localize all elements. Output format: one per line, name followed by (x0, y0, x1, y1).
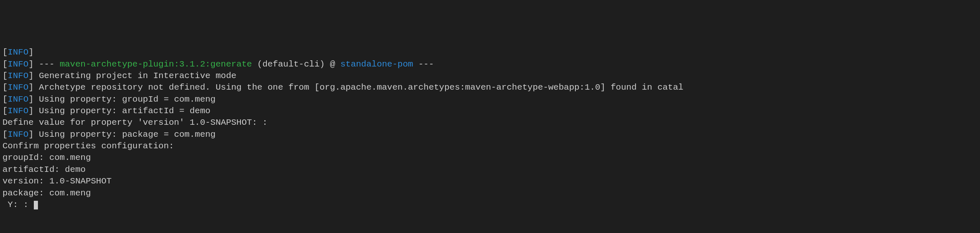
prop-version: version: 1.0-SNAPSHOT (2, 176, 112, 186)
pom-name: standalone-pom (340, 59, 413, 69)
bracket-close: ] (28, 71, 34, 81)
bracket-open: [ (2, 59, 8, 69)
bracket-close: ] (28, 48, 34, 57)
info-tag: INFO (8, 95, 28, 104)
prompt-version: Define value for property 'version' 1.0-… (2, 118, 268, 127)
prompt-confirm[interactable]: Y: : (2, 200, 34, 209)
confirm-header: Confirm properties configuration: (2, 141, 174, 151)
cursor-icon (34, 201, 38, 209)
prop-artifactid: artifactId: demo (2, 165, 86, 174)
bracket-close: ] (28, 106, 34, 116)
prop-groupid: groupId: com.meng (2, 153, 91, 162)
dashes: --- (413, 59, 434, 69)
log-text: Using property: groupId = com.meng (34, 95, 216, 104)
prop-package: package: com.meng (2, 188, 91, 198)
bracket-close: ] (28, 83, 34, 92)
log-text: Using property: artifactId = demo (34, 106, 210, 116)
info-tag: INFO (8, 48, 28, 57)
info-tag: INFO (8, 71, 28, 81)
bracket-close: ] (28, 130, 34, 139)
terminal-output[interactable]: [INFO] [INFO] --- maven-archetype-plugin… (0, 47, 980, 211)
maven-plugin-name: maven-archetype-plugin:3.1.2:generate (60, 59, 252, 69)
bracket-open: [ (2, 130, 8, 139)
dashes: --- (34, 59, 60, 69)
bracket-open: [ (2, 106, 8, 116)
log-text: (default-cli) @ (252, 59, 340, 69)
info-tag: INFO (8, 106, 28, 116)
info-tag: INFO (8, 59, 28, 69)
info-tag: INFO (8, 130, 28, 139)
bracket-open: [ (2, 48, 8, 57)
log-text: Generating project in Interactive mode (34, 71, 236, 81)
bracket-open: [ (2, 71, 8, 81)
log-text: Using property: package = com.meng (34, 130, 216, 139)
log-text: Archetype repository not defined. Using … (34, 83, 683, 92)
bracket-close: ] (28, 95, 34, 104)
bracket-open: [ (2, 95, 8, 104)
bracket-open: [ (2, 83, 8, 92)
bracket-close: ] (28, 59, 34, 69)
info-tag: INFO (8, 83, 28, 92)
